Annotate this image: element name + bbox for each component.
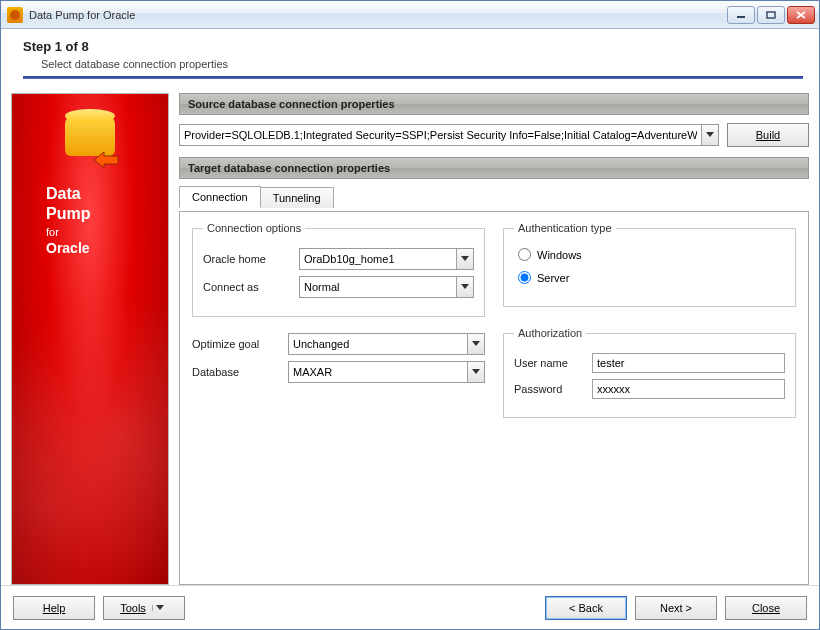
back-label: < Back bbox=[569, 602, 603, 614]
oracle-home-dropdown[interactable] bbox=[456, 249, 473, 269]
optimize-goal-label: Optimize goal bbox=[192, 338, 280, 350]
step-subtitle: Select database connection properties bbox=[23, 58, 803, 70]
svg-rect-0 bbox=[737, 16, 745, 18]
connect-as-combo[interactable] bbox=[299, 276, 474, 298]
chevron-down-icon bbox=[461, 256, 469, 262]
minimize-button[interactable] bbox=[727, 6, 755, 24]
source-section-header: Source database connection properties bbox=[179, 93, 809, 115]
wizard-footer: Help Tools < Back Next > Close bbox=[1, 585, 819, 629]
svg-rect-1 bbox=[767, 12, 775, 18]
auth-windows-label: Windows bbox=[537, 249, 582, 261]
source-connection-dropdown[interactable] bbox=[701, 125, 718, 145]
connection-options-legend: Connection options bbox=[203, 222, 305, 234]
optimize-goal-combo[interactable] bbox=[288, 333, 485, 355]
database-combo[interactable] bbox=[288, 361, 485, 383]
tools-label: Tools bbox=[120, 602, 146, 614]
authorization-fieldset: Authorization User name Password bbox=[503, 327, 796, 418]
product-name: Data Pump for Oracle bbox=[12, 184, 168, 257]
tools-button[interactable]: Tools bbox=[103, 596, 185, 620]
chevron-down-icon bbox=[472, 369, 480, 375]
connect-as-dropdown[interactable] bbox=[456, 277, 473, 297]
auth-type-legend: Authentication type bbox=[514, 222, 616, 234]
tab-panel-connection: Connection options Oracle home Connect a… bbox=[179, 211, 809, 585]
tools-dropdown[interactable] bbox=[152, 605, 168, 611]
back-button[interactable]: < Back bbox=[545, 596, 627, 620]
window-title: Data Pump for Oracle bbox=[29, 9, 727, 21]
step-title: Step 1 of 8 bbox=[23, 39, 803, 54]
auth-windows-radio[interactable] bbox=[518, 248, 531, 261]
auth-server-radio[interactable] bbox=[518, 271, 531, 284]
oracle-home-input[interactable] bbox=[300, 249, 456, 269]
chevron-down-icon bbox=[156, 605, 164, 611]
chevron-down-icon bbox=[461, 284, 469, 290]
auth-server-row[interactable]: Server bbox=[518, 271, 785, 284]
connect-as-input[interactable] bbox=[300, 277, 456, 297]
product-icon bbox=[62, 116, 118, 172]
optimize-goal-input[interactable] bbox=[289, 334, 467, 354]
database-input[interactable] bbox=[289, 362, 467, 382]
username-input[interactable] bbox=[592, 353, 785, 373]
authorization-legend: Authorization bbox=[514, 327, 586, 339]
close-window-button[interactable] bbox=[787, 6, 815, 24]
header-divider bbox=[23, 76, 803, 79]
chevron-down-icon bbox=[472, 341, 480, 347]
build-button[interactable]: Build bbox=[727, 123, 809, 147]
help-label: Help bbox=[43, 602, 66, 614]
brand-line1: Data bbox=[46, 184, 168, 204]
optimize-goal-dropdown[interactable] bbox=[467, 334, 484, 354]
help-button[interactable]: Help bbox=[13, 596, 95, 620]
maximize-button[interactable] bbox=[757, 6, 785, 24]
tab-tunneling[interactable]: Tunneling bbox=[260, 187, 334, 208]
auth-type-fieldset: Authentication type Windows Server bbox=[503, 222, 796, 307]
connect-as-label: Connect as bbox=[203, 281, 291, 293]
next-label: Next > bbox=[660, 602, 692, 614]
password-input[interactable] bbox=[592, 379, 785, 399]
maximize-icon bbox=[766, 11, 776, 19]
auth-server-label: Server bbox=[537, 272, 569, 284]
source-connection-combo[interactable] bbox=[179, 124, 719, 146]
source-connection-input[interactable] bbox=[180, 125, 701, 145]
brand-line2: Pump bbox=[46, 204, 168, 224]
app-window: Data Pump for Oracle Step 1 of 8 Select … bbox=[0, 0, 820, 630]
oracle-home-combo[interactable] bbox=[299, 248, 474, 270]
target-tabs: Connection Tunneling bbox=[179, 185, 809, 207]
brand-line4: Oracle bbox=[46, 240, 168, 258]
brand-sidebar: Data Pump for Oracle bbox=[11, 93, 169, 585]
source-row: Build bbox=[179, 119, 809, 153]
window-buttons bbox=[727, 6, 815, 24]
connection-options-fieldset: Connection options Oracle home Connect a… bbox=[192, 222, 485, 317]
main-panel: Source database connection properties Bu… bbox=[179, 93, 809, 585]
database-label: Database bbox=[192, 366, 280, 378]
content-area: Data Pump for Oracle Source database con… bbox=[1, 85, 819, 585]
tab-connection[interactable]: Connection bbox=[179, 186, 261, 208]
database-dropdown[interactable] bbox=[467, 362, 484, 382]
auth-windows-row[interactable]: Windows bbox=[518, 248, 785, 261]
build-button-label: Build bbox=[756, 129, 780, 141]
right-fields: Authorization User name Password bbox=[503, 327, 796, 418]
wizard-header: Step 1 of 8 Select database connection p… bbox=[1, 29, 819, 85]
target-section-header: Target database connection properties bbox=[179, 157, 809, 179]
titlebar: Data Pump for Oracle bbox=[1, 1, 819, 29]
password-label: Password bbox=[514, 383, 584, 395]
close-button[interactable]: Close bbox=[725, 596, 807, 620]
username-label: User name bbox=[514, 357, 584, 369]
chevron-down-icon bbox=[706, 132, 714, 138]
brand-line3: for bbox=[46, 226, 168, 240]
left-fields: Optimize goal Database bbox=[192, 327, 485, 418]
close-label: Close bbox=[752, 602, 780, 614]
close-icon bbox=[796, 11, 806, 19]
minimize-icon bbox=[736, 11, 746, 19]
app-icon bbox=[7, 7, 23, 23]
oracle-home-label: Oracle home bbox=[203, 253, 291, 265]
next-button[interactable]: Next > bbox=[635, 596, 717, 620]
